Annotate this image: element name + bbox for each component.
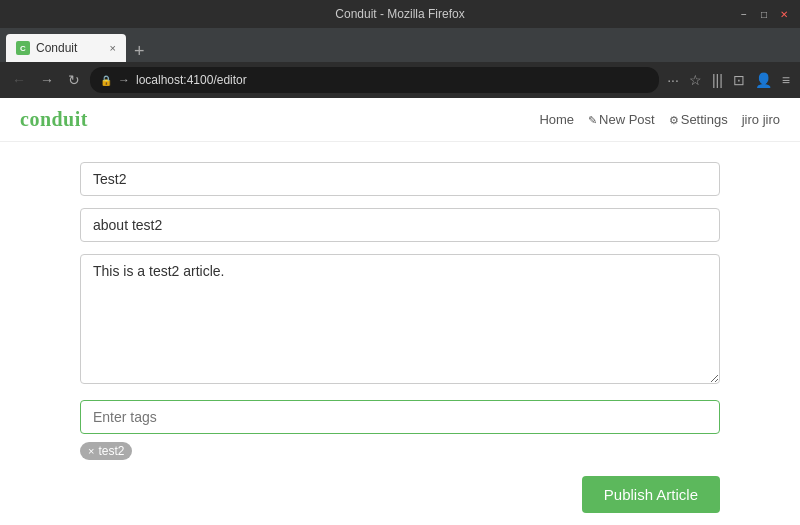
tag-remove-button[interactable]: × [88,446,94,457]
editor-container: This is a test2 article. × test2 Publish… [60,162,740,513]
about-group [80,208,720,242]
close-button[interactable]: ✕ [776,6,792,22]
publish-article-button[interactable]: Publish Article [582,476,720,513]
security-icon: 🔒 [100,75,112,86]
minimize-button[interactable]: − [736,6,752,22]
address-protocol: → [118,73,130,87]
article-body-textarea[interactable]: This is a test2 article. [80,254,720,384]
os-titlebar: Conduit - Mozilla Firefox − □ ✕ [0,0,800,28]
toolbar-profile-icon[interactable]: 👤 [753,70,774,90]
address-bar-input-wrap[interactable]: 🔒 → [90,67,659,93]
tab-title: Conduit [36,41,77,55]
body-group: This is a test2 article. [80,254,720,388]
maximize-button[interactable]: □ [756,6,772,22]
toolbar-dots[interactable]: ··· [665,70,681,90]
tags-input[interactable] [80,400,720,434]
site-navbar: conduit Home ✎New Post ⚙Settings jiro ji… [0,98,800,142]
page-content: conduit Home ✎New Post ⚙Settings jiro ji… [0,98,800,525]
nav-link-user[interactable]: jiro jiro [742,112,780,127]
nav-link-new-post[interactable]: ✎New Post [588,112,655,127]
browser-tab-conduit[interactable]: C Conduit × [6,34,126,62]
nav-links: Home ✎New Post ⚙Settings jiro jiro [539,112,780,127]
nav-link-settings[interactable]: ⚙Settings [669,112,728,127]
address-bar: ← → ↻ 🔒 → ··· ☆ ||| ⊡ 👤 ≡ [0,62,800,98]
toolbar-menu-icon[interactable]: ≡ [780,70,792,90]
tags-group: × test2 [80,400,720,460]
pencil-icon: ✎ [588,114,597,126]
toolbar-bookmark-icon[interactable]: ☆ [687,70,704,90]
publish-row: Publish Article [80,476,720,513]
address-input[interactable] [136,73,649,87]
browser-chrome: C Conduit × + ← → ↻ 🔒 → ··· ☆ ||| ⊡ 👤 ≡ [0,28,800,98]
window-controls: − □ ✕ [736,6,792,22]
site-logo[interactable]: conduit [20,108,88,131]
gear-icon: ⚙ [669,114,679,126]
article-about-input[interactable] [80,208,720,242]
tag-item: × test2 [80,442,132,460]
nav-link-home[interactable]: Home [539,112,574,127]
toolbar-library-icon[interactable]: ||| [710,70,725,90]
tab-bar: C Conduit × + [0,28,800,62]
new-tab-button[interactable]: + [130,42,149,60]
title-group [80,162,720,196]
forward-button[interactable]: → [36,70,58,90]
tag-list: × test2 [80,442,720,460]
reload-button[interactable]: ↻ [64,70,84,90]
tag-label: test2 [98,444,124,458]
tab-favicon: C [16,41,30,55]
window-title: Conduit - Mozilla Firefox [335,7,464,21]
back-button[interactable]: ← [8,70,30,90]
article-title-input[interactable] [80,162,720,196]
tab-close-button[interactable]: × [110,42,116,54]
toolbar-icons: ··· ☆ ||| ⊡ 👤 ≡ [665,70,792,90]
toolbar-sync-icon[interactable]: ⊡ [731,70,747,90]
